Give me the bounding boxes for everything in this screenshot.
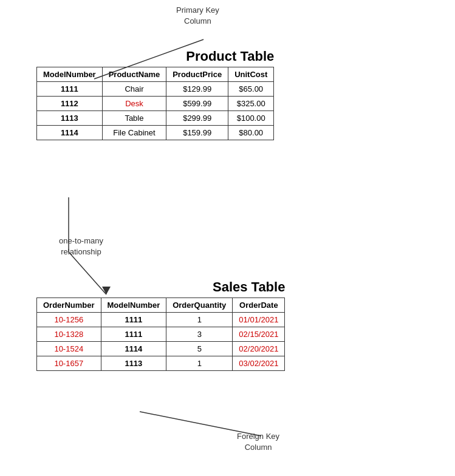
sales-qty-2: 3 bbox=[166, 327, 233, 342]
product-table: ModelNumber ProductName ProductPrice Uni… bbox=[36, 67, 274, 140]
table-row: 1114 File Cabinet $159.99 $80.00 bbox=[37, 126, 274, 140]
product-name-cabinet: File Cabinet bbox=[102, 126, 166, 140]
product-table-header-row: ModelNumber ProductName ProductPrice Uni… bbox=[37, 67, 274, 82]
sales-date-2: 02/15/2021 bbox=[233, 327, 285, 342]
product-unit-2: $325.00 bbox=[228, 97, 274, 111]
product-price-3: $299.99 bbox=[166, 111, 228, 126]
sales-order-3: 10-1524 bbox=[37, 342, 101, 356]
sales-order-2: 10-1328 bbox=[37, 327, 101, 342]
product-col-name: ProductName bbox=[102, 67, 166, 82]
product-name-chair: Chair bbox=[102, 82, 166, 97]
sales-model-1: 1111 bbox=[101, 313, 166, 327]
table-row: 10-1328 1111 3 02/15/2021 bbox=[37, 327, 285, 342]
product-price-2: $599.99 bbox=[166, 97, 228, 111]
sales-col-model: ModelNumber bbox=[101, 298, 166, 313]
sales-model-4: 1113 bbox=[101, 356, 166, 371]
table-row: 1111 Chair $129.99 $65.00 bbox=[37, 82, 274, 97]
product-name-table: Table bbox=[102, 111, 166, 126]
sales-col-order: OrderNumber bbox=[37, 298, 101, 313]
page-container: Primary KeyColumn Product Table ModelNum… bbox=[0, 0, 455, 476]
sales-date-3: 02/20/2021 bbox=[233, 342, 285, 356]
product-model-1113: 1113 bbox=[37, 111, 103, 126]
sales-order-4: 10-1657 bbox=[37, 356, 101, 371]
sales-date-1: 01/01/2021 bbox=[233, 313, 285, 327]
product-col-model: ModelNumber bbox=[37, 67, 103, 82]
table-row: 1113 Table $299.99 $100.00 bbox=[37, 111, 274, 126]
table-row: 10-1524 1114 5 02/20/2021 bbox=[37, 342, 285, 356]
sales-col-qty: OrderQuantity bbox=[166, 298, 233, 313]
sales-qty-1: 1 bbox=[166, 313, 233, 327]
sales-section: Sales Table OrderNumber ModelNumber Orde… bbox=[36, 279, 285, 371]
sales-qty-4: 1 bbox=[166, 356, 233, 371]
sales-col-date: OrderDate bbox=[233, 298, 285, 313]
product-unit-4: $80.00 bbox=[228, 126, 274, 140]
product-model-1112: 1112 bbox=[37, 97, 103, 111]
product-model-1114: 1114 bbox=[37, 126, 103, 140]
product-model-1111: 1111 bbox=[37, 82, 103, 97]
product-price-4: $159.99 bbox=[166, 126, 228, 140]
product-col-price: ProductPrice bbox=[166, 67, 228, 82]
product-section: Product Table ModelNumber ProductName Pr… bbox=[36, 49, 274, 140]
sales-table-header-row: OrderNumber ModelNumber OrderQuantity Or… bbox=[37, 298, 285, 313]
sales-table: OrderNumber ModelNumber OrderQuantity Or… bbox=[36, 298, 285, 371]
primary-key-label: Primary KeyColumn bbox=[176, 5, 219, 27]
table-row: 10-1256 1111 1 01/01/2021 bbox=[37, 313, 285, 327]
product-unit-3: $100.00 bbox=[228, 111, 274, 126]
product-name-desk: Desk bbox=[102, 97, 166, 111]
product-unit-1: $65.00 bbox=[228, 82, 274, 97]
product-col-unit: UnitCost bbox=[228, 67, 274, 82]
sales-model-2: 1111 bbox=[101, 327, 166, 342]
table-row: 1112 Desk $599.99 $325.00 bbox=[37, 97, 274, 111]
sales-date-4: 03/02/2021 bbox=[233, 356, 285, 371]
product-table-title: Product Table bbox=[36, 49, 274, 64]
foreign-key-label: Foreign KeyColumn bbox=[237, 431, 279, 453]
one-to-many-label: one-to-manyrelationship bbox=[59, 236, 103, 257]
product-price-1: $129.99 bbox=[166, 82, 228, 97]
sales-order-1: 10-1256 bbox=[37, 313, 101, 327]
table-row: 10-1657 1113 1 03/02/2021 bbox=[37, 356, 285, 371]
sales-model-3: 1114 bbox=[101, 342, 166, 356]
sales-table-title: Sales Table bbox=[36, 279, 285, 295]
sales-qty-3: 5 bbox=[166, 342, 233, 356]
